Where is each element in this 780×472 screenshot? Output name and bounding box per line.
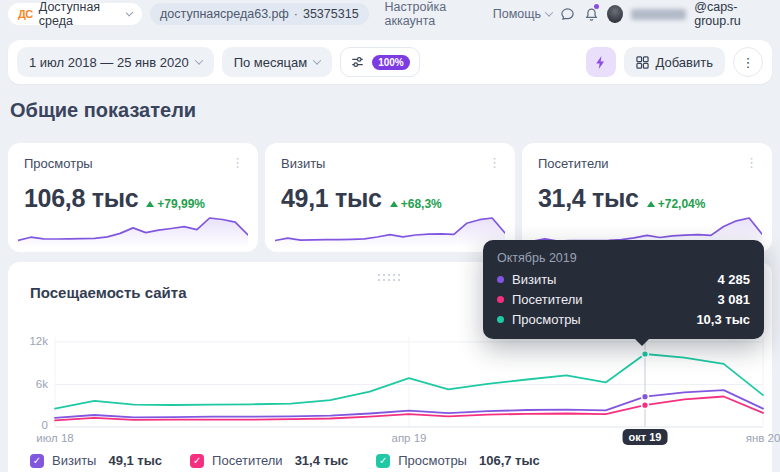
traffic-chart-plot[interactable] <box>55 337 763 427</box>
sampling-badge: 100% <box>372 55 410 70</box>
sliders-icon <box>350 55 365 69</box>
legend-label: Визиты <box>52 453 96 468</box>
sparkline <box>18 212 248 250</box>
tooltip-row: Визиты 4 285 <box>497 272 750 287</box>
dot-separator: · <box>294 7 298 21</box>
card-menu-button[interactable]: ⋮ <box>484 153 505 172</box>
card-value: 31,4 тыс <box>538 184 639 213</box>
card-delta: +68,3% <box>390 197 442 211</box>
card-delta: +72,04% <box>647 197 706 211</box>
y-axis-tick: 6k <box>18 378 48 390</box>
legend-item-views[interactable]: ✓ Просмотры 106,7 тыс <box>376 453 540 468</box>
counter-id: 35375315 <box>303 7 359 21</box>
card-value: 49,1 тыс <box>281 184 382 213</box>
x-axis-label: окт 19 <box>623 429 668 445</box>
counter-selector[interactable]: ДС Доступная среда <box>8 3 142 25</box>
chevron-down-icon <box>545 8 553 16</box>
widgets-grid-icon <box>636 56 649 69</box>
help-menu[interactable]: Помощь <box>493 7 552 21</box>
card-title: Просмотры <box>24 156 242 171</box>
legend-value: 31,4 тыс <box>295 453 349 468</box>
help-label: Помощь <box>493 7 541 21</box>
quick-actions-button[interactable] <box>586 47 616 77</box>
card-value: 106,8 тыс <box>24 184 138 213</box>
legend-label: Посетители <box>212 453 283 468</box>
card-title: Посетители <box>538 156 756 171</box>
chart-legend: ✓ Визиты 49,1 тыс ✓ Посетители 31,4 тыс … <box>30 453 540 468</box>
section-title: Общие показатели <box>10 99 196 122</box>
notifications-bell-icon[interactable] <box>584 5 600 23</box>
traffic-chart-svg <box>55 337 763 427</box>
x-axis: июл 18апр 19окт 19янв 20 <box>55 432 763 450</box>
metric-cards-row: Просмотры ⋮ 106,8 тыс +79,99% Визиты ⋮ 4… <box>8 143 772 252</box>
series-dot-icon <box>497 296 504 303</box>
tooltip-label: Посетители <box>512 292 583 307</box>
legend-item-visitors[interactable]: ✓ Посетители 31,4 тыс <box>190 453 348 468</box>
more-options-button[interactable]: ⋮ <box>733 47 763 77</box>
arrow-up-icon <box>390 201 398 207</box>
card-menu-button[interactable]: ⋮ <box>741 153 762 172</box>
chevron-down-icon <box>126 9 134 17</box>
chevron-down-icon <box>313 56 321 64</box>
account-settings-link[interactable]: Настройка аккаунта <box>385 0 485 28</box>
tooltip-row: Просмотры 10,3 тыс <box>497 312 750 327</box>
avatar[interactable] <box>607 5 623 23</box>
x-axis-label: янв 20 <box>746 432 780 444</box>
arrow-up-icon <box>647 201 655 207</box>
legend-label: Просмотры <box>398 453 467 468</box>
date-range-value: 1 июл 2018 — 25 янв 2020 <box>29 55 189 70</box>
tooltip-label: Визиты <box>512 272 556 287</box>
add-widget-button[interactable]: Добавить <box>624 47 725 77</box>
chevron-down-icon <box>194 56 202 64</box>
tooltip-title: Октябрь 2019 <box>497 251 750 265</box>
tooltip-row: Посетители 3 081 <box>497 292 750 307</box>
checkbox-checked-icon: ✓ <box>30 454 44 468</box>
chart-title: Посещаемость сайта <box>30 284 186 301</box>
legend-value: 49,1 тыс <box>108 453 162 468</box>
user-email-domain: @caps-group.ru <box>694 0 772 28</box>
counter-logo-icon: ДС <box>18 8 33 20</box>
topbar: ДС Доступная среда доступнаясреда63.рф ·… <box>0 0 780 28</box>
granularity-select[interactable]: По месяцам <box>222 47 333 77</box>
drag-handle[interactable] <box>377 268 403 286</box>
date-range-picker[interactable]: 1 июл 2018 — 25 янв 2020 <box>17 47 214 77</box>
tooltip-value: 3 081 <box>717 292 750 307</box>
lightning-icon <box>594 55 607 70</box>
checkbox-checked-icon: ✓ <box>376 454 390 468</box>
checkbox-checked-icon: ✓ <box>190 454 204 468</box>
legend-value: 106,7 тыс <box>479 453 540 468</box>
chart-tooltip: Октябрь 2019 Визиты 4 285 Посетители 3 0… <box>483 240 764 339</box>
tooltip-value: 4 285 <box>717 272 750 287</box>
counter-name: Доступная среда <box>39 0 121 28</box>
x-axis-label: апр 19 <box>391 432 426 444</box>
card-title: Визиты <box>281 156 499 171</box>
metric-card-visitors[interactable]: Посетители ⋮ 31,4 тыс +72,04% <box>522 143 772 252</box>
card-menu-button[interactable]: ⋮ <box>227 153 248 172</box>
add-widget-label: Добавить <box>656 55 713 70</box>
card-delta: +79,99% <box>146 197 205 211</box>
tooltip-label: Просмотры <box>512 312 581 327</box>
counter-domain-info[interactable]: доступнаясреда63.рф · 35375315 <box>150 3 369 25</box>
y-axis-tick: 0 <box>18 419 48 431</box>
chat-icon[interactable] <box>560 5 576 23</box>
granularity-value: По месяцам <box>234 55 308 70</box>
counter-domain: доступнаясреда63.рф <box>160 7 289 21</box>
series-dot-icon <box>497 316 504 323</box>
metric-card-views[interactable]: Просмотры ⋮ 106,8 тыс +79,99% <box>8 143 258 252</box>
metric-card-visits[interactable]: Визиты ⋮ 49,1 тыс +68,3% <box>265 143 515 252</box>
y-axis-tick: 12k <box>18 335 48 347</box>
arrow-up-icon <box>146 201 154 207</box>
legend-item-visits[interactable]: ✓ Визиты 49,1 тыс <box>30 453 162 468</box>
sparkline <box>275 212 505 250</box>
sampling-control[interactable]: 100% <box>340 47 420 77</box>
series-dot-icon <box>497 276 504 283</box>
tooltip-value: 10,3 тыс <box>696 312 750 327</box>
x-axis-label: июл 18 <box>36 432 74 444</box>
filter-bar: 1 июл 2018 — 25 янв 2020 По месяцам 100%… <box>8 40 772 84</box>
user-name-blurred <box>631 9 686 20</box>
